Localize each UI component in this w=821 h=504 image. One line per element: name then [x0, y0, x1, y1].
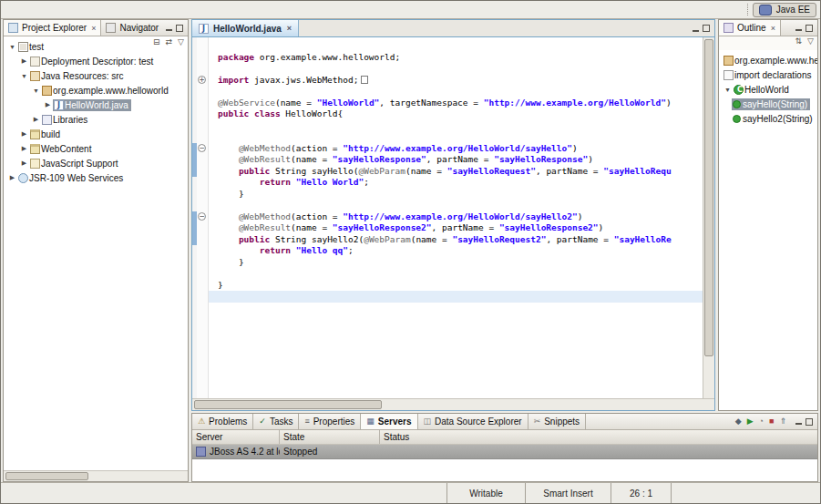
fold-plus-icon[interactable]: + — [198, 76, 206, 84]
code-line-11[interactable]: @WebResult(name = "sayHelloResponse", pa… — [209, 154, 703, 166]
fold-minus-icon[interactable]: − — [198, 212, 206, 221]
view-menu-icon[interactable]: ▽ — [807, 37, 814, 49]
caret-right-icon[interactable]: ▶ — [19, 159, 29, 167]
code-line-20[interactable]: } — [209, 257, 703, 269]
explorer-item-java-resources-src[interactable]: ▼Java Resources: src — [4, 68, 188, 83]
code-line-14[interactable]: } — [209, 189, 703, 201]
scrollbar-thumb[interactable] — [704, 39, 713, 356]
close-icon[interactable]: × — [91, 24, 96, 33]
code-line-6[interactable]: @WebService(name = "HelloWorld", targetN… — [209, 98, 703, 109]
link-editor-icon[interactable]: ⇄ — [166, 38, 173, 46]
maximize-icon[interactable] — [703, 25, 710, 32]
scrollbar-thumb[interactable] — [5, 472, 88, 480]
caret-right-icon[interactable]: ▶ — [19, 57, 29, 65]
explorer-item-deployment-descriptor-test[interactable]: ▶Deployment Descriptor: test — [4, 54, 188, 68]
minimize-icon[interactable] — [795, 423, 802, 425]
code-line-17[interactable]: @WebResult(name = "sayHelloResponse2", p… — [209, 222, 703, 234]
close-icon[interactable]: × — [771, 24, 775, 33]
insert-mode-status[interactable]: Smart Insert — [525, 483, 611, 503]
caret-right-icon[interactable]: ▶ — [19, 130, 29, 138]
explorer-item-jsr-109-web-services[interactable]: ▶JSR-109 Web Services — [4, 170, 188, 185]
maximize-icon[interactable] — [806, 25, 813, 32]
code-line-23[interactable] — [209, 291, 703, 303]
start-icon[interactable]: ▶ — [747, 417, 754, 426]
writable-status: Writable — [446, 483, 525, 503]
explorer-item-helloworld-java[interactable]: ▶HelloWorld.java — [4, 98, 188, 112]
publish-icon[interactable]: ⇑ — [779, 417, 786, 426]
maximize-icon[interactable] — [806, 418, 813, 426]
outline-icon — [724, 23, 734, 33]
code-line-18[interactable]: public String sayHello2(@WebParam(name =… — [209, 234, 703, 246]
code-line-8[interactable] — [209, 120, 703, 132]
code-line-12[interactable]: public String sayHello(@WebParam(name = … — [209, 166, 703, 178]
explorer-item-webcontent[interactable]: ▶WebContent — [4, 141, 188, 156]
debug-icon[interactable]: ◆ — [735, 417, 742, 426]
tab-snippets[interactable]: ✂Snippets — [529, 414, 586, 429]
close-icon[interactable]: × — [287, 24, 292, 33]
editor-hscrollbar[interactable] — [192, 398, 714, 410]
outline-item-helloworld[interactable]: ▼HelloWorld — [719, 82, 817, 97]
outline-item-sayhello-string[interactable]: sayHello(String) — [719, 97, 817, 111]
explorer-item-libraries[interactable]: ▶Libraries — [4, 112, 188, 127]
code-line-1[interactable] — [209, 40, 703, 52]
minimize-icon[interactable] — [795, 29, 802, 31]
tab-servers[interactable]: ▦Servers — [361, 414, 417, 429]
stop-icon[interactable]: ■ — [769, 417, 774, 426]
code-line-15[interactable] — [209, 200, 703, 211]
code-line-16[interactable]: @WebMethod(action = "http://www.example.… — [209, 211, 703, 223]
caret-down-icon[interactable]: ▼ — [19, 73, 29, 79]
code-token: public class — [218, 108, 285, 118]
caret-down-icon[interactable]: ▼ — [31, 87, 41, 94]
minimize-icon[interactable] — [693, 30, 699, 32]
code-area[interactable]: package org.example.www.helloworld;impor… — [209, 37, 703, 398]
code-line-22[interactable]: } — [209, 280, 703, 292]
code-line-7[interactable]: public class HelloWorld{ — [209, 108, 703, 120]
profile-icon[interactable]: ◔ — [759, 417, 764, 426]
server-row[interactable]: JBoss AS 4.2 at lc Stopped — [192, 445, 817, 459]
caret-right-icon[interactable]: ▶ — [31, 116, 41, 123]
caret-right-icon[interactable]: ▶ — [43, 101, 53, 108]
column-server[interactable]: Server — [192, 430, 280, 444]
column-status[interactable]: Status — [380, 430, 817, 444]
outline-tab-outline[interactable]: Outline× — [719, 20, 781, 36]
tab-data-source-explorer[interactable]: ◫Data Source Explorer — [418, 414, 529, 429]
project-explorer-hscrollbar[interactable] — [4, 470, 188, 481]
code-line-21[interactable] — [209, 268, 703, 280]
code-line-3[interactable] — [209, 63, 703, 75]
outline-item-org-example-www-helloworld[interactable]: org.example.www.helloworld — [719, 53, 817, 67]
tab-properties[interactable]: ≡Properties — [299, 414, 361, 429]
project-explorer-tab-project-explorer[interactable]: Project Explorer× — [4, 20, 101, 36]
code-line-9[interactable] — [209, 131, 703, 143]
perspective-bar-handle[interactable] — [747, 4, 748, 15]
tab-problems[interactable]: ⚠Problems — [192, 414, 253, 429]
outline-item-sayhello2-string[interactable]: sayHello2(String) — [719, 111, 817, 126]
collapsed-fold-icon[interactable] — [361, 76, 368, 84]
code-line-2[interactable]: package org.example.www.helloworld; — [209, 52, 703, 64]
perspective-java-ee-button[interactable]: Java EE — [753, 3, 816, 17]
column-state[interactable]: State — [280, 430, 380, 444]
editor-tab-helloworld-java[interactable]: HelloWorld.java × — [192, 20, 299, 36]
fold-minus-icon[interactable]: − — [198, 144, 206, 152]
sort-icon[interactable]: ⇅ — [795, 37, 803, 49]
code-line-5[interactable] — [209, 86, 703, 98]
explorer-item-org-example-www-helloworld[interactable]: ▼org.example.www.helloworld — [4, 83, 188, 98]
explorer-item-javascript-support[interactable]: ▶JavaScript Support — [4, 156, 188, 170]
project-explorer-tab-navigator[interactable]: Navigator — [101, 20, 161, 36]
maximize-icon[interactable] — [176, 25, 183, 32]
code-line-10[interactable]: @WebMethod(action = "http://www.example.… — [209, 143, 703, 155]
caret-right-icon[interactable]: ▶ — [19, 145, 29, 152]
explorer-item-build[interactable]: ▶build — [4, 127, 188, 141]
scrollbar-thumb[interactable] — [194, 400, 382, 409]
caret-down-icon[interactable]: ▼ — [7, 44, 17, 50]
tab-tasks[interactable]: ✓Tasks — [253, 414, 299, 429]
editor-vscrollbar[interactable] — [703, 37, 714, 398]
code-line-4[interactable]: import javax.jws.WebMethod; — [209, 75, 703, 87]
collapse-all-icon[interactable]: ⊟ — [153, 38, 160, 46]
caret-right-icon[interactable]: ▶ — [7, 174, 17, 181]
view-menu-icon[interactable]: ▽ — [178, 38, 184, 46]
caret-down-icon[interactable]: ▼ — [723, 87, 733, 93]
code-line-19[interactable]: return "Hello qq"; — [209, 245, 703, 257]
code-line-13[interactable]: return "Hello World"; — [209, 177, 703, 189]
minimize-icon[interactable] — [166, 29, 172, 31]
outline-item-import-declarations[interactable]: import declarations — [719, 67, 817, 82]
